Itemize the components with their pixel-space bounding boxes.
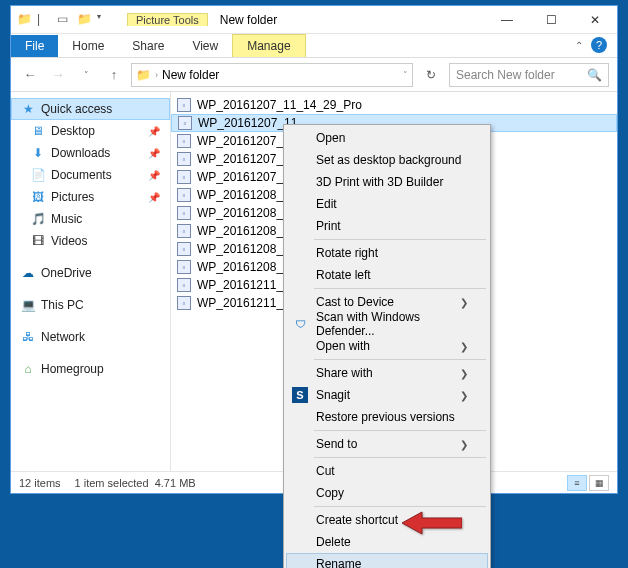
pictures-icon: 🖼 — [31, 190, 45, 204]
sidebar-quick-access[interactable]: ★ Quick access — [11, 98, 170, 120]
onedrive-icon: ☁ — [21, 266, 35, 280]
menu-item-snagit[interactable]: SSnagit❯ — [286, 384, 488, 406]
image-file-icon: ▫ — [177, 188, 191, 202]
menu-item-send-to[interactable]: Send to❯ — [286, 433, 488, 455]
image-file-icon: ▫ — [178, 116, 192, 130]
properties-icon[interactable]: ▭ — [57, 12, 73, 28]
menu-item-rotate-left[interactable]: Rotate left — [286, 264, 488, 286]
address-bar[interactable]: 📁 › New folder ˅ — [131, 63, 413, 87]
sidebar-item-pictures[interactable]: 🖼Pictures📌 — [11, 186, 170, 208]
up-button[interactable]: ↑ — [103, 64, 125, 86]
sidebar-item-downloads[interactable]: ⬇Downloads📌 — [11, 142, 170, 164]
menu-item-edit[interactable]: Edit — [286, 193, 488, 215]
downloads-icon: ⬇ — [31, 146, 45, 160]
menu-item-label: Snagit — [316, 388, 350, 402]
pin-icon: 📌 — [148, 192, 160, 203]
pc-icon: 💻 — [21, 298, 35, 312]
contextual-tab-picture-tools: Picture Tools — [127, 13, 208, 26]
menu-item-copy[interactable]: Copy — [286, 482, 488, 504]
ribbon-collapse-icon[interactable]: ⌃ — [575, 40, 583, 51]
tab-manage[interactable]: Manage — [232, 34, 305, 57]
sidebar-onedrive[interactable]: ☁OneDrive — [11, 262, 170, 284]
menu-item-rotate-right[interactable]: Rotate right — [286, 242, 488, 264]
sidebar-homegroup[interactable]: ⌂Homegroup — [11, 358, 170, 380]
pin-icon: 📌 — [148, 170, 160, 181]
menu-item-share-with[interactable]: Share with❯ — [286, 362, 488, 384]
menu-item-label: Open with — [316, 339, 370, 353]
help-icon[interactable]: ? — [591, 37, 607, 53]
image-file-icon: ▫ — [177, 296, 191, 310]
sidebar-item-desktop[interactable]: 🖥Desktop📌 — [11, 120, 170, 142]
menu-item-print[interactable]: Print — [286, 215, 488, 237]
tab-file[interactable]: File — [11, 35, 58, 57]
menu-separator — [314, 430, 486, 431]
menu-item-scan-with-windows-defender-[interactable]: 🛡Scan with Windows Defender... — [286, 313, 488, 335]
menu-item-label: Cut — [316, 464, 335, 478]
menu-separator — [314, 239, 486, 240]
sidebar-item-videos[interactable]: 🎞Videos — [11, 230, 170, 252]
sidebar-item-documents[interactable]: 📄Documents📌 — [11, 164, 170, 186]
back-button[interactable]: ← — [19, 64, 41, 86]
search-placeholder: Search New folder — [456, 68, 555, 82]
navigation-pane: ★ Quick access 🖥Desktop📌 ⬇Downloads📌 📄Do… — [11, 92, 171, 471]
menu-item-label: Send to — [316, 437, 357, 451]
address-dropdown-icon[interactable]: ˅ — [403, 70, 408, 80]
documents-icon: 📄 — [31, 168, 45, 182]
menu-item-label: 3D Print with 3D Builder — [316, 175, 443, 189]
close-button[interactable]: ✕ — [573, 6, 617, 34]
menu-item-open[interactable]: Open — [286, 127, 488, 149]
maximize-button[interactable]: ☐ — [529, 6, 573, 34]
menu-separator — [314, 506, 486, 507]
context-menu: OpenSet as desktop background3D Print wi… — [283, 124, 491, 568]
image-file-icon: ▫ — [177, 278, 191, 292]
menu-item-open-with[interactable]: Open with❯ — [286, 335, 488, 357]
menu-separator — [314, 457, 486, 458]
menu-item-label: Restore previous versions — [316, 410, 455, 424]
search-icon: 🔍 — [587, 68, 602, 82]
chevron-right-icon: ❯ — [460, 341, 468, 352]
sidebar-this-pc[interactable]: 💻This PC — [11, 294, 170, 316]
sidebar-item-music[interactable]: 🎵Music — [11, 208, 170, 230]
menu-item-label: Create shortcut — [316, 513, 398, 527]
menu-item-label: Rename — [316, 557, 361, 568]
menu-item-3d-print-with-3d-builder[interactable]: 3D Print with 3D Builder — [286, 171, 488, 193]
address-path[interactable]: New folder — [162, 68, 219, 82]
menu-item-set-as-desktop-background[interactable]: Set as desktop background — [286, 149, 488, 171]
menu-item-label: Scan with Windows Defender... — [316, 310, 468, 338]
recent-dropdown-icon[interactable]: ˅ — [75, 64, 97, 86]
folder-icon: 📁 — [136, 68, 151, 82]
tab-share[interactable]: Share — [118, 35, 178, 57]
image-file-icon: ▫ — [177, 134, 191, 148]
view-icons-button[interactable]: ▦ — [589, 475, 609, 491]
image-file-icon: ▫ — [177, 224, 191, 238]
menu-item-restore-previous-versions[interactable]: Restore previous versions — [286, 406, 488, 428]
qat-dropdown-icon[interactable]: ▾ — [97, 12, 113, 28]
menu-item-label: Set as desktop background — [316, 153, 461, 167]
snagit-icon: S — [292, 387, 308, 403]
status-size: 4.71 MB — [155, 477, 196, 489]
folder-icon: 📁 — [17, 12, 33, 28]
pin-icon: 📌 — [148, 148, 160, 159]
chevron-right-icon: ❯ — [460, 390, 468, 401]
navigation-bar: ← → ˅ ↑ 📁 › New folder ˅ ↻ Search New fo… — [11, 58, 617, 92]
menu-item-label: Cast to Device — [316, 295, 394, 309]
sidebar-network[interactable]: 🖧Network — [11, 326, 170, 348]
forward-button[interactable]: → — [47, 64, 69, 86]
file-row[interactable]: ▫WP_20161207_11_14_29_Pro — [171, 96, 617, 114]
minimize-button[interactable]: — — [485, 6, 529, 34]
search-input[interactable]: Search New folder 🔍 — [449, 63, 609, 87]
view-buttons: ≡ ▦ — [567, 475, 609, 491]
tab-view[interactable]: View — [178, 35, 232, 57]
status-selected: 1 item selected — [75, 477, 149, 489]
tab-home[interactable]: Home — [58, 35, 118, 57]
image-file-icon: ▫ — [177, 206, 191, 220]
menu-item-rename[interactable]: Rename — [286, 553, 488, 568]
refresh-button[interactable]: ↻ — [419, 63, 443, 87]
menu-item-label: Delete — [316, 535, 351, 549]
view-details-button[interactable]: ≡ — [567, 475, 587, 491]
menu-item-cut[interactable]: Cut — [286, 460, 488, 482]
menu-item-label: Copy — [316, 486, 344, 500]
chevron-right-icon[interactable]: › — [155, 70, 158, 80]
new-folder-icon[interactable]: 📁 — [77, 12, 93, 28]
desktop-icon: 🖥 — [31, 124, 45, 138]
